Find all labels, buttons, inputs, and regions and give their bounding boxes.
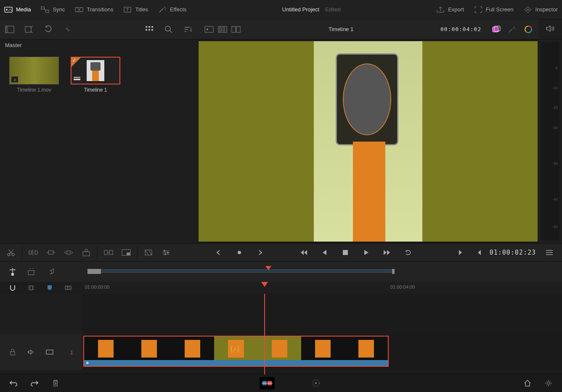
viewer-mode-2[interactable] (217, 25, 228, 34)
nav-dot[interactable] (233, 247, 245, 258)
timeline-ruler[interactable]: 01:00:00:00 01:00:04:00 (82, 282, 562, 294)
insert-tool-1[interactable] (27, 247, 39, 258)
page-edit[interactable] (308, 377, 323, 389)
stop-button[interactable] (339, 247, 351, 258)
snap-button[interactable] (7, 282, 19, 294)
svg-rect-15 (151, 29, 153, 31)
search-button[interactable] (159, 19, 178, 39)
svg-point-44 (164, 250, 165, 252)
sidebar-toggle-1[interactable] (0, 19, 19, 39)
skip-first-button[interactable] (297, 247, 309, 258)
skip-last-button[interactable] (382, 247, 393, 258)
svg-rect-8 (5, 26, 8, 33)
fullscreen-icon (474, 6, 482, 13)
viewer-mode-3[interactable] (231, 25, 241, 34)
redo-button[interactable] (29, 377, 40, 389)
source-timecode[interactable]: 01:00:02:23 (490, 249, 536, 256)
svg-rect-34 (35, 251, 37, 254)
transition-tool[interactable] (103, 247, 114, 258)
transitions-label: Transitions (87, 6, 113, 13)
clip-effect-icon: ⟨♪⟩ (230, 344, 240, 353)
link-button[interactable] (58, 19, 77, 39)
color-wheel-button[interactable] (524, 25, 533, 34)
media-clip-0[interactable]: ♪ Timeline 1.mov (9, 57, 59, 93)
playhead-line-upper[interactable] (264, 294, 265, 334)
page-cut[interactable] (260, 377, 275, 389)
sync-icon (41, 6, 49, 13)
inspector-button[interactable]: Inspector (524, 6, 558, 13)
audio-meter: -5 -10 -15 -20 -30 -40 -50 (541, 42, 559, 241)
master-bin-label[interactable]: Master (0, 39, 198, 51)
effects-tab[interactable]: Effects (158, 6, 187, 13)
svg-rect-14 (148, 29, 150, 31)
media-tab[interactable]: Media (4, 6, 31, 13)
effects-icon (158, 6, 167, 13)
playhead-line-lower[interactable] (264, 334, 265, 374)
timeline-view-video[interactable] (26, 266, 38, 278)
svg-rect-20 (220, 28, 221, 31)
clip-audio-strip[interactable]: ✱ (84, 360, 388, 366)
svg-rect-13 (146, 29, 147, 31)
sidebar-toggle-2[interactable] (19, 19, 39, 39)
export-button[interactable]: Export (436, 6, 464, 13)
viewer-mode-1[interactable] (204, 25, 215, 34)
overview-playhead[interactable] (265, 266, 271, 270)
cut-tool[interactable] (5, 247, 17, 258)
flag-button[interactable] (62, 282, 74, 294)
timeline-overview[interactable] (88, 269, 394, 273)
svg-rect-29 (74, 79, 80, 80)
track-lock[interactable] (7, 346, 19, 358)
insert-tool-2[interactable] (45, 247, 57, 258)
timeline-lock-tool[interactable] (7, 266, 19, 278)
overview-handle-right[interactable] (392, 269, 395, 274)
insert-tool-4[interactable] (80, 247, 92, 258)
option-tool-2[interactable] (160, 247, 172, 258)
fx-button[interactable] (508, 26, 517, 33)
delete-button[interactable] (50, 377, 61, 389)
viewer-preview[interactable] (199, 41, 538, 242)
link-selection-button[interactable] (25, 282, 37, 294)
go-prev-edit[interactable] (473, 247, 485, 258)
pip-tool[interactable] (120, 247, 132, 258)
transport-menu[interactable] (543, 247, 555, 258)
undo-button[interactable] (8, 377, 19, 389)
video-track-head[interactable]: 1 (0, 334, 82, 370)
sort-button[interactable] (178, 19, 198, 39)
empty-track-body[interactable] (82, 294, 562, 334)
viewer-timecode[interactable]: 00:00:04:02 (440, 26, 481, 32)
export-label: Export (448, 6, 464, 13)
nav-prev[interactable] (212, 247, 224, 258)
timeline-playhead-marker[interactable] (261, 282, 268, 287)
option-tool-1[interactable] (143, 247, 154, 258)
media-label: Media (16, 6, 31, 13)
bypass-color-button[interactable] (491, 26, 501, 33)
track-audio[interactable] (25, 346, 37, 358)
step-back-button[interactable] (318, 247, 330, 258)
timeline-view-audio[interactable] (45, 266, 57, 278)
svg-rect-2 (41, 7, 44, 9)
refresh-button[interactable] (39, 19, 58, 39)
video-track-body[interactable]: ⟨♪⟩ ✱ (82, 334, 562, 370)
video-clip[interactable]: ⟨♪⟩ ✱ (83, 336, 389, 367)
play-button[interactable] (361, 247, 372, 258)
overview-handle-left[interactable] (87, 269, 101, 274)
go-next-edit[interactable] (455, 247, 467, 258)
insert-tool-3[interactable] (63, 247, 74, 258)
loop-button[interactable] (403, 247, 414, 258)
track-video[interactable] (44, 346, 56, 358)
home-button[interactable] (522, 377, 533, 389)
svg-rect-54 (46, 350, 53, 354)
grid-view-button[interactable] (140, 19, 159, 39)
svg-point-26 (514, 27, 515, 28)
media-icon (4, 6, 13, 13)
transitions-tab[interactable]: Transitions (75, 6, 113, 13)
settings-button[interactable] (543, 377, 554, 389)
marker-button[interactable] (44, 282, 56, 294)
nav-next[interactable] (254, 247, 266, 258)
media-clip-1[interactable]: ✓ Timeline 1 (71, 57, 120, 93)
svg-rect-10 (146, 26, 147, 28)
sync-tab[interactable]: Sync (41, 6, 65, 13)
titles-tab[interactable]: T Titles (123, 6, 148, 13)
mute-button[interactable] (546, 24, 555, 33)
fullscreen-button[interactable]: Full Screen (474, 6, 514, 13)
